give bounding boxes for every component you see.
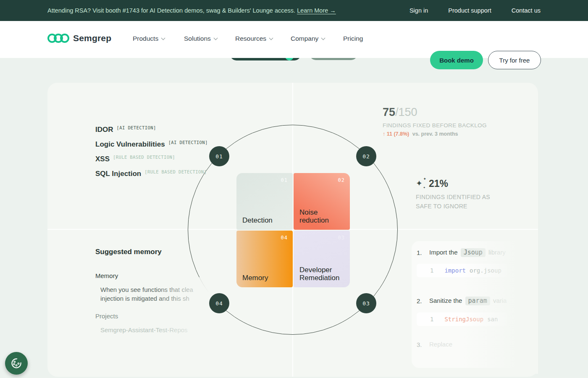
announcement-banner: Attending RSA? Visit booth #1743 for AI … xyxy=(0,0,588,21)
cookie-settings-button[interactable] xyxy=(5,352,28,375)
product-support-link[interactable]: Product support xyxy=(448,7,491,14)
main-nav: Semgrep Products Solutions Resources Com… xyxy=(0,21,588,58)
nav-item-resources[interactable]: Resources xyxy=(235,35,273,42)
nav-item-label: Products xyxy=(133,35,158,42)
stat-label: FINDINGS FIXED BEFORE BACKLOG xyxy=(383,122,487,129)
vulnerability-name: IDOR xyxy=(95,126,113,134)
memory-label: Memory xyxy=(95,272,221,279)
step-number: 3. xyxy=(417,341,422,348)
nav-item-label: Resources xyxy=(235,35,266,42)
quadrant-label: Detection xyxy=(242,216,273,225)
code-line-number: 1 xyxy=(430,267,433,274)
sparkle-glyph: ✦ xyxy=(423,186,425,189)
hero-cta-bar xyxy=(310,58,357,60)
quadrant-noise-reduction: 02 Noise reduction xyxy=(294,173,350,230)
nav-item-label: Company xyxy=(291,35,318,42)
quadrant-label: Memory xyxy=(242,274,268,282)
chevron-down-icon xyxy=(213,36,218,40)
logo-ring-icon xyxy=(60,34,69,43)
safe-label-line: SAFE TO IGNORE xyxy=(416,203,490,210)
banner-links: Sign in Product support Contact us xyxy=(410,7,541,14)
brand-name: Semgrep xyxy=(73,33,111,43)
chevron-down-icon xyxy=(161,36,165,40)
step-3-label: Replace xyxy=(429,341,452,348)
quadrant-memory: 04 Memory xyxy=(236,231,293,287)
step-text: Import the xyxy=(429,249,458,256)
step-badge-03: 03 xyxy=(356,293,376,313)
vulnerability-row: XSS [RULE BASED DETECTION] xyxy=(95,155,208,170)
vulnerability-row: Logic Vulnerabilities [AI DETECTION] xyxy=(95,140,208,155)
quadrant-number: 01 xyxy=(281,177,288,183)
nav-item-products[interactable]: Products xyxy=(133,35,165,42)
quadrant-label: Developer Remediation xyxy=(299,266,344,282)
hero-cta-remnant-dark[interactable] xyxy=(230,58,301,60)
code-chip: param xyxy=(465,297,490,305)
memory-body-line: When you see functions that clea xyxy=(100,285,221,294)
stat-value: 75 xyxy=(383,106,395,118)
vulnerability-name: SQL Injection xyxy=(95,170,141,178)
project-name: Semgrep-Assistant-Test-Repos xyxy=(100,326,221,333)
code-block: 1 StringJsoup san xyxy=(417,312,507,326)
code-text: org.jsoup xyxy=(470,267,501,274)
quadrant-number: 02 xyxy=(338,177,345,183)
code-keyword: import xyxy=(444,267,466,274)
quadrant-detection: 01 Detection xyxy=(236,173,293,230)
code-token: StringJsoup xyxy=(444,316,483,323)
code-line-number: 1 xyxy=(430,316,433,323)
learn-more-link[interactable]: Learn More → xyxy=(297,7,336,14)
step-badge-02: 02 xyxy=(356,146,376,166)
detection-tag: [RULE BASED DETECTION] xyxy=(144,169,207,174)
findings-fixed-stat: 75/150 FINDINGS FIXED BEFORE BACKLOG ↑ 1… xyxy=(383,106,487,137)
chevron-down-icon xyxy=(269,36,273,40)
suggested-memory-section: Suggested memory Memory When you see fun… xyxy=(95,248,221,333)
sparkle-icon: ✦ ✦ ✦ xyxy=(416,179,425,189)
suggested-memory-heading: Suggested memory xyxy=(95,248,221,256)
step-2-label: Sanitize the param varia xyxy=(429,297,507,304)
code-text: san xyxy=(487,316,498,323)
delta-period: vs. prev. 3 months xyxy=(412,131,458,137)
sign-in-link[interactable]: Sign in xyxy=(410,7,428,14)
delta-up-value: ↑ 11 (7.8%) xyxy=(383,131,409,137)
code-block: 1 import org.jsoup xyxy=(417,264,507,277)
step-text-faded: Replace xyxy=(429,341,452,348)
announcement-text: Attending RSA? Visit booth #1743 for AI … xyxy=(47,7,336,14)
contact-us-link[interactable]: Contact us xyxy=(512,7,541,14)
stat-delta-row: ↑ 11 (7.8%) vs. prev. 3 months xyxy=(383,131,487,137)
step-text-faded: library xyxy=(488,249,506,256)
detection-tag: [RULE BASED DETECTION] xyxy=(113,155,175,160)
semgrep-logo[interactable]: Semgrep xyxy=(47,33,111,43)
quadrant-developer-remediation: 03 Developer Remediation xyxy=(294,231,350,287)
nav-item-label: Solutions xyxy=(184,35,211,42)
step-badge-04: 04 xyxy=(209,293,229,313)
vulnerability-name: XSS xyxy=(95,155,110,163)
detection-tag: [AI DETECTION] xyxy=(117,125,156,130)
cookie-icon xyxy=(9,356,24,370)
code-chip: Jsoup xyxy=(461,248,486,257)
book-demo-button[interactable]: Book demo xyxy=(430,51,483,69)
nav-item-company[interactable]: Company xyxy=(291,35,325,42)
safe-percentage: 21% xyxy=(429,178,448,189)
quadrant-number: 03 xyxy=(338,235,345,241)
vulnerability-row: SQL Injection [RULE BASED DETECTION] xyxy=(95,170,208,184)
stat-value-row: 75/150 xyxy=(383,106,487,119)
nav-item-solutions[interactable]: Solutions xyxy=(184,35,217,42)
step-badge-01: 01 xyxy=(209,146,229,166)
safe-value-row: ✦ ✦ ✦ 21% xyxy=(416,178,490,189)
detection-tag: [AI DETECTION] xyxy=(168,140,208,145)
hero-cta-remnant-sage[interactable] xyxy=(310,58,357,60)
nav-item-pricing[interactable]: Pricing xyxy=(343,35,363,42)
quadrant-grid: 01 Detection 02 Noise reduction 04 Memor… xyxy=(236,173,350,287)
step-number: 2. xyxy=(417,297,422,304)
quadrant-label: Noise reduction xyxy=(299,208,344,225)
vulnerability-row: IDOR [AI DETECTION] xyxy=(95,126,208,140)
step-number: 1. xyxy=(417,249,422,256)
step-1-label: Import the Jsoup library xyxy=(429,249,506,256)
vulnerability-list: IDOR [AI DETECTION] Logic Vulnerabilitie… xyxy=(95,126,208,184)
nav-item-label: Pricing xyxy=(343,35,363,42)
step-text-faded: varia xyxy=(493,297,507,304)
projects-label: Projects xyxy=(95,312,221,320)
sparkle-glyph: ✦ xyxy=(416,178,423,188)
try-for-free-button[interactable]: Try for free xyxy=(488,51,541,69)
quadrant-number: 04 xyxy=(281,235,288,241)
vulnerability-name: Logic Vulnerabilities xyxy=(95,140,165,149)
